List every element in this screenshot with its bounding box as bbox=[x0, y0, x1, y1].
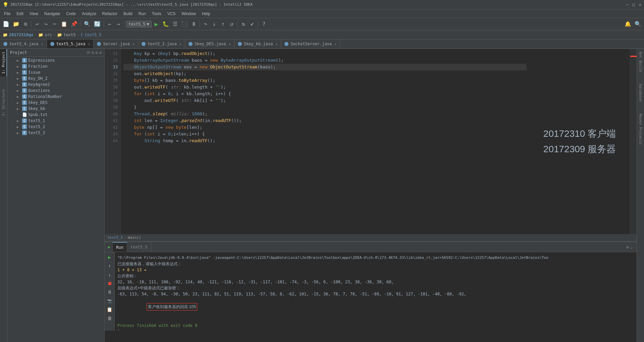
menu-file[interactable]: File bbox=[1, 11, 13, 17]
rerun-btn[interactable]: ↺ bbox=[228, 20, 236, 28]
vcs-update-btn[interactable]: ⇅ bbox=[239, 20, 248, 28]
new-btn[interactable]: 📄 bbox=[1, 20, 11, 28]
tab-server[interactable]: Server.java ✕ bbox=[94, 40, 138, 48]
menu-vcs[interactable]: VCS bbox=[165, 11, 178, 17]
vert-tab-project[interactable]: 1: Project bbox=[0, 49, 7, 76]
tab-text5_5[interactable]: text5_5.java ✕ bbox=[47, 40, 94, 48]
console-output[interactable]: "D:\Program Files\Java\jdk-9.0.4\bin\jav… bbox=[115, 252, 637, 331]
collapse-icon[interactable]: ⊟ bbox=[92, 50, 94, 55]
vert-tab-structure[interactable]: 2: Structure bbox=[0, 87, 7, 118]
vert-tab-ant-build[interactable]: Ant Build bbox=[637, 49, 644, 74]
bottom-tab-run[interactable]: Run bbox=[113, 242, 127, 252]
cut-btn[interactable]: ✂ bbox=[51, 20, 59, 28]
step-into-btn[interactable]: ↓ bbox=[210, 20, 218, 28]
settings-icon-bottom[interactable]: ⚙ bbox=[627, 245, 629, 249]
vcs-commit-btn[interactable]: ✔ bbox=[248, 20, 256, 28]
breadcrumb-20172310qx[interactable]: 20172310qx bbox=[9, 33, 33, 37]
breadcrumb-src[interactable]: src bbox=[45, 33, 52, 37]
tree-key_dh_2[interactable]: ▶ C Key_DH_2 bbox=[7, 75, 104, 81]
tree-questions[interactable]: ▶ C Questions bbox=[7, 88, 104, 94]
tab-close-text5_5[interactable]: ✕ bbox=[88, 42, 90, 46]
close-bottom-icon[interactable]: ⌄ bbox=[630, 245, 633, 249]
tab-close-skey_des[interactable]: ✕ bbox=[229, 42, 231, 46]
run-settings-btn[interactable]: 📋 bbox=[106, 306, 113, 313]
tree-spub[interactable]: ▶ 📄 Spub.txt bbox=[7, 112, 104, 118]
tree-expressions[interactable]: ▶ C Expressions bbox=[7, 57, 104, 63]
undo-btn[interactable]: ↩ bbox=[33, 20, 41, 28]
step-out-btn[interactable]: ↑ bbox=[219, 20, 227, 28]
bottom-tab-text5_5[interactable]: text5_5 bbox=[127, 242, 151, 252]
tab-text5_2[interactable]: text5_2.java ✕ bbox=[138, 40, 185, 48]
menu-tools[interactable]: Tools bbox=[149, 11, 164, 17]
run-suspend-btn[interactable]: ⏸ bbox=[106, 288, 113, 296]
tab-close-text5_2[interactable]: ✕ bbox=[179, 42, 181, 46]
breadcrumb-text5[interactable]: text5 bbox=[63, 33, 75, 37]
close-btn[interactable]: ✕ bbox=[639, 2, 641, 7]
tree-keyagree2[interactable]: ▶ C KeyAgree2 bbox=[7, 81, 104, 88]
settings-icon[interactable]: ⚙ bbox=[96, 50, 98, 55]
settings-btn[interactable]: ⚙ bbox=[21, 20, 30, 28]
debug-btn[interactable]: 🐛 bbox=[161, 20, 170, 28]
help-btn[interactable]: ? bbox=[260, 20, 268, 28]
coverage-btn[interactable]: ☰ bbox=[171, 20, 179, 28]
menu-build[interactable]: Build bbox=[121, 11, 135, 17]
breadcrumb-text5_5[interactable]: text5_5 bbox=[85, 33, 102, 37]
tab-close-socketserver[interactable]: ✕ bbox=[334, 42, 336, 46]
tab-skey_des[interactable]: Skey_DES.java ✕ bbox=[185, 40, 234, 48]
tree-rationalnumber[interactable]: ▶ C RationalNumber bbox=[7, 94, 104, 100]
bottom-tab-run-icon[interactable]: ▶ bbox=[106, 242, 113, 252]
search-everywhere-btn[interactable]: 🔍 bbox=[633, 20, 643, 28]
replace-btn[interactable]: 🔄 bbox=[93, 20, 102, 28]
vert-tab-maven[interactable]: Maven Projects bbox=[637, 111, 644, 148]
menu-code[interactable]: Code bbox=[63, 11, 78, 17]
find-btn[interactable]: 🔍 bbox=[83, 20, 92, 28]
run-clear-btn[interactable]: 🗑 bbox=[106, 315, 113, 322]
nav-fwd-btn[interactable]: → bbox=[114, 20, 122, 28]
menu-window[interactable]: Window bbox=[179, 11, 199, 17]
paste-btn[interactable]: 📌 bbox=[69, 20, 79, 28]
menu-refactor[interactable]: Refactor bbox=[100, 11, 120, 17]
menu-help[interactable]: Help bbox=[199, 11, 213, 17]
copy-btn[interactable]: 📋 bbox=[59, 20, 69, 28]
tree-text5_1[interactable]: ▶ C text5_1 bbox=[7, 118, 104, 124]
menu-navigate[interactable]: Navigate bbox=[42, 11, 63, 17]
tab-close-server[interactable]: ✕ bbox=[132, 42, 135, 46]
editor-scrollbar[interactable] bbox=[630, 49, 637, 234]
run-dump-btn[interactable]: 📷 bbox=[106, 297, 113, 304]
run-btn[interactable]: ▶ bbox=[152, 20, 160, 28]
run-config-dropdown[interactable]: text5_5 ▼ bbox=[126, 21, 152, 27]
step-over-btn[interactable]: ↷ bbox=[202, 20, 210, 28]
tree-fraction[interactable]: ▶ C Fraction bbox=[7, 63, 104, 69]
tab-close-text5_4[interactable]: ✕ bbox=[41, 42, 43, 46]
tree-skey_kb[interactable]: ▶ C Skey_kb bbox=[7, 106, 104, 112]
tree-text5_2[interactable]: ▶ C text5_2 bbox=[7, 124, 104, 130]
minimize-btn[interactable]: ─ bbox=[626, 2, 628, 7]
tab-skey_kb[interactable]: Skey_kb.java ✕ bbox=[234, 40, 281, 48]
maximize-btn[interactable]: □ bbox=[633, 2, 635, 7]
tree-text5_3[interactable]: ▶ C text5_3 bbox=[7, 130, 104, 136]
menu-view[interactable]: View bbox=[27, 11, 41, 17]
breadcrumb-project[interactable]: 📁 bbox=[3, 33, 8, 37]
run-scroll-down-btn[interactable]: ↓ bbox=[106, 271, 113, 278]
more-icon[interactable]: ≡ bbox=[99, 50, 102, 55]
pause-btn[interactable]: ⏸ bbox=[190, 20, 198, 28]
tree-skey_des[interactable]: ▶ C Skey_DES bbox=[7, 100, 104, 106]
tab-socketserver[interactable]: SocketServer.java ✕ bbox=[281, 40, 340, 48]
tab-close-skey_kb[interactable]: ✕ bbox=[275, 42, 277, 46]
open-btn[interactable]: 📁 bbox=[11, 20, 21, 28]
run-play-btn[interactable]: ▶ bbox=[106, 253, 113, 261]
sync-icon[interactable]: ⟳ bbox=[87, 50, 90, 55]
notifications-btn[interactable]: 🔔 bbox=[623, 20, 633, 28]
menu-edit[interactable]: Edit bbox=[14, 11, 26, 17]
redo-btn[interactable]: ↪ bbox=[42, 20, 50, 28]
menu-analyze[interactable]: Analyze bbox=[79, 11, 99, 17]
vert-tab-database[interactable]: Database bbox=[637, 81, 644, 104]
stop-btn[interactable]: ⬛ bbox=[180, 20, 189, 28]
code-editor[interactable]: Key kp = (Key) bp.readObject(); ByteArra… bbox=[121, 49, 529, 234]
menu-run[interactable]: Run bbox=[136, 11, 149, 17]
run-scroll-up-btn[interactable]: ↑ bbox=[106, 262, 113, 270]
run-stop-btn[interactable]: ⏹ bbox=[106, 280, 113, 287]
tab-text5_4[interactable]: text5_4.java ✕ bbox=[0, 40, 47, 48]
nav-back-btn[interactable]: ← bbox=[106, 20, 114, 28]
tree-issue[interactable]: ▶ C Issue bbox=[7, 69, 104, 75]
